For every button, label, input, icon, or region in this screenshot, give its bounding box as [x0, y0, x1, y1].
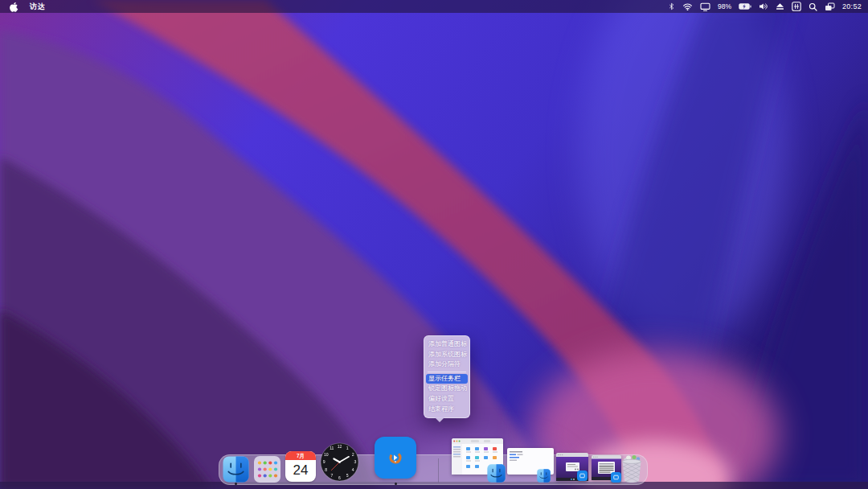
- calendar-month-label: 7月: [285, 451, 316, 460]
- eject-icon[interactable]: [776, 0, 784, 13]
- battery-icon[interactable]: [739, 0, 751, 13]
- dock-calendar-icon[interactable]: 7月 24: [285, 451, 316, 482]
- svg-text:1: 1: [346, 446, 349, 450]
- svg-text:3: 3: [354, 459, 356, 464]
- dock-context-menu: 添加普通图标 添加系统图标 添加分隔符 显示任务栏 锁定图标拖动 偏好设置 结束…: [424, 335, 470, 418]
- svg-text:10: 10: [324, 452, 329, 457]
- dock-launcher-icon[interactable]: [375, 437, 416, 479]
- svg-text:2: 2: [352, 452, 354, 457]
- menu-bar: 访达 98%: [0, 0, 868, 13]
- calendar-day-label: 24: [285, 460, 316, 482]
- menu-item-add-normal-icon[interactable]: 添加普通图标: [424, 339, 469, 350]
- running-indicator-dot: [235, 483, 237, 485]
- running-indicator-dot: [395, 483, 397, 485]
- dock-clock-icon[interactable]: 1 2 3 4 5 6 7 8 9 10 11 12: [320, 442, 359, 482]
- window-switcher-icon[interactable]: [825, 0, 835, 13]
- menu-item-add-separator[interactable]: 添加分隔符: [424, 360, 469, 370]
- menu-item-lock-icon-drag[interactable]: 锁定图标拖动: [424, 384, 469, 394]
- svg-text:4: 4: [352, 467, 354, 472]
- svg-text:7: 7: [330, 473, 333, 478]
- window-badge-launcher-icon: [577, 471, 588, 481]
- svg-text:6: 6: [338, 475, 341, 480]
- launcher-emblem: [387, 450, 403, 466]
- svg-text:12: 12: [338, 444, 342, 449]
- dock-launchpad-icon[interactable]: [254, 456, 280, 483]
- menu-bar-clock[interactable]: 20:52: [842, 2, 862, 10]
- menu-item-preferences[interactable]: 偏好设置: [424, 394, 469, 405]
- apple-menu-icon[interactable]: [10, 0, 18, 13]
- bluetooth-icon[interactable]: [668, 0, 675, 13]
- svg-text:11: 11: [330, 446, 334, 450]
- menu-item-show-taskbar[interactable]: 显示任务栏: [426, 374, 468, 384]
- menu-item-quit[interactable]: 结束程序: [424, 405, 469, 415]
- window-badge-finder-icon: [487, 464, 506, 483]
- display-icon[interactable]: [700, 0, 710, 13]
- menu-arrow: [435, 417, 444, 422]
- menu-divider: [428, 372, 466, 372]
- svg-text:5: 5: [346, 473, 349, 478]
- svg-text:8: 8: [325, 467, 327, 472]
- battery-percent[interactable]: 98%: [718, 2, 731, 10]
- search-icon[interactable]: [809, 0, 817, 13]
- menu-item-add-system-icon[interactable]: 添加系统图标: [424, 350, 469, 360]
- input-method-icon[interactable]: [792, 0, 801, 13]
- dock-trash-icon[interactable]: [620, 453, 643, 483]
- dock-separator: [438, 458, 439, 483]
- wifi-icon[interactable]: [682, 0, 693, 13]
- dock-finder-icon[interactable]: [223, 456, 249, 483]
- svg-text:9: 9: [323, 459, 326, 464]
- active-app-name[interactable]: 访达: [30, 2, 45, 12]
- window-badge-finder-icon: [537, 469, 551, 483]
- volume-icon[interactable]: [759, 0, 768, 13]
